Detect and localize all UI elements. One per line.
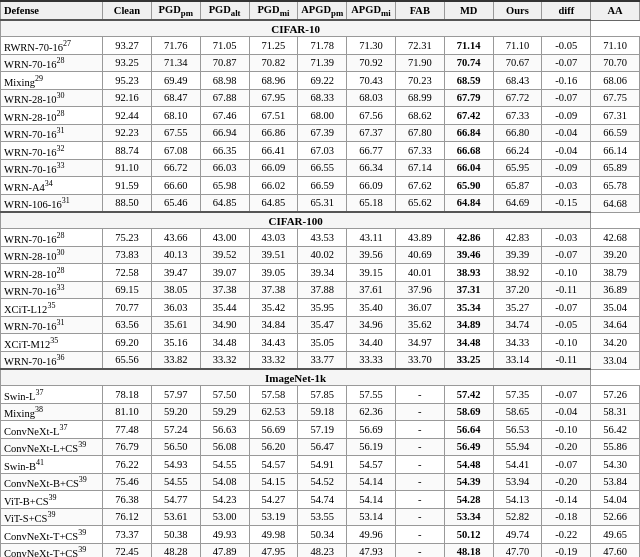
defense-name: ConvNeXt-T+CS39 (1, 526, 103, 544)
cell-value: 71.34 (151, 54, 200, 72)
cell-value: 56.69 (249, 421, 298, 439)
cell-value: 49.65 (591, 526, 640, 544)
defense-name: WRN-28-1028 (1, 107, 103, 125)
cell-value: 72.58 (103, 264, 152, 282)
cell-value: 68.03 (347, 89, 396, 107)
cell-value: -0.10 (542, 421, 591, 439)
cell-value: 43.66 (151, 229, 200, 247)
diff-value: 70.67 (493, 54, 542, 72)
cell-value: 69.20 (103, 334, 152, 352)
cell-value: 34.64 (591, 316, 640, 334)
cell-value: 70.43 (347, 72, 396, 90)
cell-value: 70.92 (347, 54, 396, 72)
ours-value: 56.49 (444, 438, 493, 456)
cell-value: 38.05 (151, 281, 200, 299)
cell-value: 54.93 (151, 456, 200, 474)
cell-value: 56.08 (200, 438, 249, 456)
cell-value: 43.89 (395, 229, 444, 247)
cell-value: 69.15 (103, 281, 152, 299)
cell-value: 39.15 (347, 264, 396, 282)
diff-value: 38.92 (493, 264, 542, 282)
cell-value: 39.34 (298, 264, 347, 282)
cell-value: 71.39 (298, 54, 347, 72)
cell-value: 56.19 (347, 438, 396, 456)
diff-value: 49.74 (493, 526, 542, 544)
cell-value: 35.16 (151, 334, 200, 352)
cell-value: 56.42 (591, 421, 640, 439)
cell-value: 66.09 (249, 159, 298, 177)
cell-value: 50.38 (151, 526, 200, 544)
cell-value: 70.23 (395, 72, 444, 90)
cell-value: 73.83 (103, 246, 152, 264)
cell-value: -0.19 (542, 543, 591, 557)
cell-value: 47.89 (200, 543, 249, 557)
col-pgdalt: PGDalt (200, 1, 249, 20)
section-header-cifar100: CIFAR-100 (1, 212, 640, 229)
cell-value: 72.31 (395, 37, 444, 55)
cell-value: 66.72 (151, 159, 200, 177)
table-row: Swin-B4176.2254.9354.5554.5754.9154.57-5… (1, 456, 640, 474)
defense-name: ConvNeXt-L+CS39 (1, 438, 103, 456)
cell-value: 35.62 (395, 316, 444, 334)
ours-value: 57.42 (444, 386, 493, 404)
cell-value: 66.55 (298, 159, 347, 177)
diff-value: 68.43 (493, 72, 542, 90)
cell-value: - (395, 508, 444, 526)
defense-name: XCiT-M1235 (1, 334, 103, 352)
table-row: ConvNeXt-B+CS3975.4654.5554.0854.1554.52… (1, 473, 640, 491)
diff-value: 54.41 (493, 456, 542, 474)
cell-value: 34.43 (249, 334, 298, 352)
diff-value: 34.74 (493, 316, 542, 334)
cell-value: 68.33 (298, 89, 347, 107)
results-table: Defense Clean PGDpm PGDalt PGDmi APGDpm … (0, 0, 640, 557)
cell-value: 67.03 (298, 142, 347, 160)
cell-value: 37.38 (200, 281, 249, 299)
cell-value: 93.27 (103, 37, 152, 55)
cell-value: 33.77 (298, 351, 347, 369)
cell-value: - (395, 403, 444, 421)
cell-value: 67.88 (200, 89, 249, 107)
cell-value: 71.76 (151, 37, 200, 55)
diff-value: 64.69 (493, 194, 542, 212)
cell-value: 36.89 (591, 281, 640, 299)
ours-value: 66.84 (444, 124, 493, 142)
cell-value: 65.62 (395, 194, 444, 212)
cell-value: 39.56 (347, 246, 396, 264)
cell-value: -0.11 (542, 351, 591, 369)
cell-value: -0.07 (542, 299, 591, 317)
cell-value: 70.82 (249, 54, 298, 72)
cell-value: 57.19 (298, 421, 347, 439)
cell-value: 34.84 (249, 316, 298, 334)
ours-value: 58.69 (444, 403, 493, 421)
table-row: WRN-70-162875.2343.6643.0043.0343.5343.1… (1, 229, 640, 247)
ours-value: 48.18 (444, 543, 493, 557)
ours-value: 54.48 (444, 456, 493, 474)
cell-value: 54.55 (200, 456, 249, 474)
cell-value: 67.55 (151, 124, 200, 142)
cell-value: 66.59 (298, 177, 347, 195)
cell-value: 71.30 (347, 37, 396, 55)
cell-value: 57.58 (249, 386, 298, 404)
cell-value: -0.07 (542, 456, 591, 474)
cell-value: - (395, 438, 444, 456)
table-row: WRN-70-163665.5633.8233.3233.3233.7733.3… (1, 351, 640, 369)
cell-value: 66.34 (347, 159, 396, 177)
cell-value: 35.44 (200, 299, 249, 317)
ours-value: 54.28 (444, 491, 493, 509)
cell-value: 54.91 (298, 456, 347, 474)
defense-name: WRN-70-1633 (1, 281, 103, 299)
cell-value: 91.59 (103, 177, 152, 195)
cell-value: 56.63 (200, 421, 249, 439)
cell-value: 49.98 (249, 526, 298, 544)
cell-value: 66.03 (200, 159, 249, 177)
cell-value: 75.46 (103, 473, 152, 491)
diff-value: 55.94 (493, 438, 542, 456)
cell-value: -0.03 (542, 229, 591, 247)
cell-value: 47.93 (347, 543, 396, 557)
defense-name: ViT-S+CS39 (1, 508, 103, 526)
cell-value: 39.07 (200, 264, 249, 282)
cell-value: 57.97 (151, 386, 200, 404)
cell-value: 63.56 (103, 316, 152, 334)
defense-name: WRN-70-1636 (1, 351, 103, 369)
cell-value: 59.20 (151, 403, 200, 421)
